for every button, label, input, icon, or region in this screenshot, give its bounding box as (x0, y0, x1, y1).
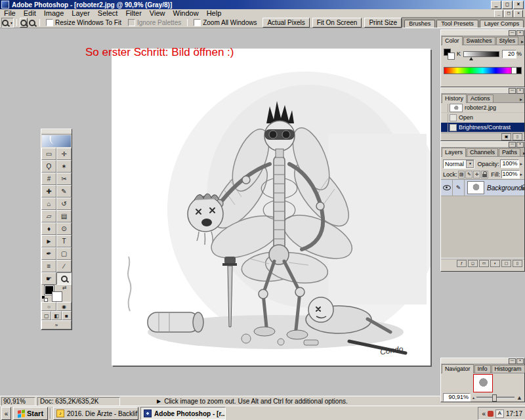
palette-menu-button[interactable]: ▸ (518, 96, 524, 102)
tab-histogram[interactable]: Histogram (492, 365, 525, 373)
tool-eyedropper[interactable]: ∕ (56, 260, 72, 272)
tool-slice[interactable]: ✂ (56, 173, 72, 185)
palette-close-button[interactable]: × (516, 30, 524, 36)
lock-all-button[interactable] (481, 171, 488, 178)
tool-hand[interactable]: ☛ (41, 272, 56, 285)
well-tab-brushes[interactable]: Brushes (404, 20, 435, 28)
well-tab-layer-comps[interactable]: Layer Comps (480, 20, 524, 28)
standard-screen-button[interactable]: ▢ (41, 311, 51, 320)
navigator-thumbnail[interactable] (473, 374, 493, 392)
zoom-out-mode-button[interactable] (28, 18, 36, 28)
zoom-in-icon[interactable]: ▲ (516, 394, 522, 401)
tool-gradient[interactable]: ▤ (56, 210, 72, 222)
tool-blur[interactable]: ♦ (41, 222, 56, 235)
default-colors-icon[interactable] (42, 296, 47, 301)
palette-titlebar[interactable]: — × (441, 358, 524, 364)
navigator-preview[interactable] (441, 373, 524, 392)
tray-status-icon[interactable] (488, 411, 494, 417)
maximize-button[interactable]: □ (502, 1, 513, 9)
palette-close-button[interactable]: × (516, 88, 524, 94)
tab-navigator[interactable]: Navigator (442, 364, 474, 373)
ramp-black-swatch[interactable] (516, 68, 521, 74)
tool-move[interactable]: ✛ (56, 148, 72, 160)
palette-menu-button[interactable]: ▸ (519, 39, 525, 45)
delete-layer-button[interactable]: ▯ (513, 260, 522, 267)
print-size-button[interactable]: Print Size (364, 18, 402, 28)
resize-windows-checkbox[interactable]: Resize Windows To Fit (46, 19, 121, 26)
task-photoshop[interactable]: Adobe Photoshop - [r... (140, 407, 226, 420)
history-state-brightness-contrast[interactable]: Brightness/Contrast (441, 123, 524, 133)
history-state-open[interactable]: Open (441, 113, 524, 123)
well-tab-tool-presets[interactable]: Tool Presets (436, 20, 478, 28)
palette-collapse-button[interactable]: — (509, 358, 516, 364)
tool-crop[interactable]: # (41, 173, 56, 185)
fullscreen-button[interactable]: ■ (62, 311, 72, 320)
color-ramp[interactable] (444, 67, 522, 74)
tray-chevron[interactable]: « (482, 410, 486, 417)
adobe-online-button[interactable] (42, 135, 71, 147)
swap-colors-icon[interactable]: ⇄ (62, 285, 67, 291)
fill-popup-arrow[interactable]: ▸ (520, 172, 523, 177)
tab-info[interactable]: Info (474, 365, 491, 373)
tab-paths[interactable]: Paths (499, 148, 520, 156)
dropdown-arrow-icon[interactable]: ▼ (466, 160, 474, 168)
tool-brush[interactable]: ✎ (56, 185, 72, 198)
tool-lasso[interactable]: Ϙ (41, 160, 56, 173)
menu-window[interactable]: Window (169, 9, 203, 18)
menu-select[interactable]: Select (94, 9, 122, 18)
status-doc-sizes[interactable]: Doc: 635,2K/635,2K (37, 397, 120, 406)
tab-styles[interactable]: Styles (496, 37, 519, 45)
tab-swatches[interactable]: Swatches (463, 37, 495, 45)
palette-collapse-button[interactable]: — (509, 142, 516, 148)
history-source-column[interactable] (442, 114, 448, 122)
checkbox-box[interactable] (46, 19, 53, 26)
zoom-in-mode-button[interactable] (20, 18, 28, 28)
task-music-folder[interactable]: ♪ 2016. Die Ärzte - Backlif... (53, 407, 138, 420)
tool-eraser[interactable]: ▱ (41, 210, 56, 222)
zoom-slider-handle[interactable] (492, 394, 497, 402)
image-canvas[interactable]: Condo (112, 49, 430, 366)
tab-color[interactable]: Color (442, 36, 463, 45)
actual-pixels-button[interactable]: Actual Pixels (262, 18, 309, 28)
menu-file[interactable]: File (0, 9, 20, 18)
fit-on-screen-button[interactable]: Fit On Screen (312, 18, 362, 28)
quick-mask-mode-button[interactable]: ◉ (56, 302, 72, 311)
tool-notes[interactable]: ≡ (41, 260, 56, 272)
ramp-white-swatch[interactable] (511, 68, 516, 74)
tool-preset-picker[interactable]: ▼ (1, 18, 14, 28)
palette-collapse-button[interactable]: — (509, 30, 516, 36)
language-indicator-icon[interactable]: A (495, 410, 504, 418)
toolbox-titlebar[interactable] (41, 129, 72, 135)
menu-edit[interactable]: Edit (20, 9, 40, 18)
history-source-column[interactable] (442, 123, 448, 132)
background-color-swatch[interactable] (52, 292, 62, 301)
navigator-zoom-slider[interactable] (476, 396, 514, 399)
navigator-zoom-field[interactable]: 90,91% (443, 393, 471, 402)
opacity-popup-arrow[interactable]: ▸ (520, 161, 522, 167)
history-snapshot-row[interactable]: roboter2.jpg (441, 103, 524, 113)
zoom-out-icon[interactable]: ▴ (472, 395, 474, 400)
doc-minimize-button[interactable]: _ (494, 10, 503, 18)
lock-image-button[interactable]: ✎ (465, 171, 472, 178)
tool-clone-stamp[interactable]: ⌂ (41, 198, 56, 210)
lock-transparency-button[interactable]: ▨ (458, 171, 465, 178)
lock-position-button[interactable]: ✛ (473, 171, 480, 178)
new-set-button[interactable]: ▭ (479, 260, 489, 267)
tool-zoom[interactable] (56, 272, 72, 285)
menu-help[interactable]: Help (203, 9, 226, 18)
palette-titlebar[interactable]: — × (441, 30, 524, 36)
tool-history-brush[interactable]: ↺ (56, 198, 72, 210)
palette-collapse-button[interactable]: — (509, 88, 516, 94)
mini-background-swatch[interactable] (448, 52, 455, 60)
start-button[interactable]: Start (13, 407, 48, 420)
mini-color-swatches[interactable] (444, 49, 455, 59)
minimize-button[interactable]: _ (491, 1, 501, 9)
add-mask-button[interactable]: ◻ (468, 260, 478, 267)
palette-titlebar[interactable]: — × (441, 88, 524, 94)
status-zoom-field[interactable]: 90,91% (1, 397, 35, 406)
doc-restore-button[interactable]: □ (504, 10, 513, 18)
tab-history[interactable]: History (442, 94, 467, 103)
zoom-all-windows-checkbox[interactable]: Zoom All Windows (194, 19, 257, 26)
menu-image[interactable]: Image (40, 9, 68, 18)
tab-channels[interactable]: Channels (467, 148, 498, 156)
